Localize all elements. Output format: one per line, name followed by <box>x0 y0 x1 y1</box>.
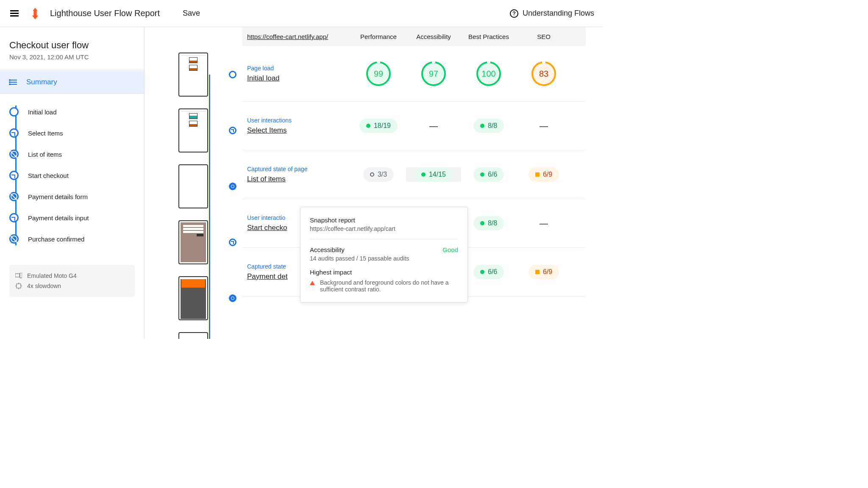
thumbnail[interactable] <box>178 108 208 152</box>
sidebar: Checkout user flow Nov 3, 2021, 12:00 AM… <box>0 27 145 339</box>
pill-best-practices[interactable]: 6/6 <box>473 265 504 279</box>
grid-header: https://coffee-cart.netlify.app/ Perform… <box>242 27 586 46</box>
tooltip-category: Accessibility <box>310 246 345 253</box>
header-url[interactable]: https://coffee-cart.netlify.app/ <box>247 33 351 40</box>
pill-performance[interactable]: 3/3 <box>363 167 394 182</box>
col-best-practices: Best Practices <box>461 33 516 40</box>
col-performance: Performance <box>351 33 406 40</box>
clock-marker-icon <box>9 128 19 138</box>
score-row: Page loadInitial load 99 97 100 83 <box>242 46 586 102</box>
snap-marker-icon <box>229 183 236 190</box>
help-link[interactable]: ? Understanding Flows <box>510 9 594 18</box>
help-label: Understanding Flows <box>523 9 594 18</box>
environment-box: Emulated Moto G4 4x slowdown <box>9 265 135 297</box>
thumbnail[interactable] <box>178 332 208 339</box>
clock-marker-icon <box>9 171 19 180</box>
pill-performance[interactable]: 18/19 <box>359 119 398 133</box>
app-title: Lighthouse User Flow Report <box>50 8 160 18</box>
lighthouse-icon <box>31 8 40 19</box>
clock-marker-icon <box>229 127 236 134</box>
nav-marker-icon <box>9 107 19 116</box>
step-purchase-confirmed[interactable]: Purchase confirmed <box>9 228 135 250</box>
gauge-best-practices[interactable]: 100 <box>476 61 501 86</box>
pill-seo[interactable]: 6/9 <box>529 265 559 279</box>
dash: — <box>406 121 461 131</box>
row-link[interactable]: Select Items <box>247 126 351 135</box>
snap-marker-icon <box>9 234 19 244</box>
pill-accessibility[interactable]: 14/15 <box>415 167 453 182</box>
step-initial-load[interactable]: Initial load <box>9 101 135 122</box>
top-bar: Lighthouse User Flow Report Save ? Under… <box>0 0 603 27</box>
env-throttle: 4x slowdown <box>27 283 61 289</box>
env-device: Emulated Moto G4 <box>27 272 77 279</box>
tooltip-rating: Good <box>442 246 458 253</box>
row-type: User interactions <box>247 117 351 124</box>
tooltip-card: Snapshot report https://coffee-cart.netl… <box>300 207 468 302</box>
pill-best-practices[interactable]: 6/6 <box>473 167 504 182</box>
row-type: Captured state of page <box>247 166 351 172</box>
step-payment-input[interactable]: Payment details input <box>9 207 135 228</box>
step-select-items[interactable]: Select Items <box>9 122 135 144</box>
svg-rect-0 <box>15 274 19 277</box>
gauge-accessibility[interactable]: 97 <box>421 61 446 86</box>
step-list: Initial load Select Items List of items … <box>0 94 144 257</box>
clock-marker-icon <box>9 213 19 222</box>
sidebar-summary[interactable]: Summary <box>0 71 144 94</box>
gauge-seo[interactable]: 83 <box>531 61 556 86</box>
tooltip-url: https://coffee-cart.netlify.app/cart <box>310 225 458 239</box>
device-icon <box>15 273 22 279</box>
tooltip-impact-item: Background and foreground colors do not … <box>320 279 458 293</box>
nav-marker-icon <box>229 71 236 78</box>
col-seo: SEO <box>516 33 571 40</box>
thumbnail-column <box>145 27 242 339</box>
svg-rect-1 <box>20 273 22 278</box>
dash: — <box>516 121 571 131</box>
score-row: User interactionsSelect Items 18/19 — 8/… <box>242 102 586 150</box>
flow-title: Checkout user flow <box>0 40 144 51</box>
thumbnail[interactable] <box>178 220 208 264</box>
clock-marker-icon <box>229 238 236 246</box>
step-list-of-items[interactable]: List of items <box>9 144 135 165</box>
triangle-icon <box>310 281 315 285</box>
svg-rect-2 <box>17 284 21 288</box>
snap-marker-icon <box>229 294 236 302</box>
tooltip-detail: 14 audits passed / 15 passable audits <box>310 255 458 262</box>
help-icon: ? <box>510 9 518 18</box>
thumbnail[interactable] <box>178 276 208 320</box>
row-link[interactable]: List of items <box>247 175 351 183</box>
menu-icon[interactable] <box>8 8 20 18</box>
pill-best-practices[interactable]: 8/8 <box>473 216 504 230</box>
thumbnail[interactable] <box>178 53 208 97</box>
snap-marker-icon <box>9 150 19 159</box>
pill-seo[interactable]: 6/9 <box>529 167 559 182</box>
tooltip-impact-label: Highest impact <box>310 269 458 276</box>
save-button[interactable]: Save <box>183 9 200 18</box>
summary-label: Summary <box>26 78 57 86</box>
cpu-icon <box>15 283 22 289</box>
step-payment-form[interactable]: Payment details form <box>9 186 135 207</box>
col-accessibility: Accessibility <box>406 33 461 40</box>
pill-best-practices[interactable]: 8/8 <box>473 119 504 133</box>
row-type: Page load <box>247 65 351 72</box>
list-icon <box>10 80 17 85</box>
thumbnail[interactable] <box>178 164 208 208</box>
dash: — <box>516 219 571 228</box>
score-row: Captured state of pageList of items 3/3 … <box>242 150 586 199</box>
tooltip-title: Snapshot report <box>310 216 458 224</box>
snap-marker-icon <box>9 192 19 201</box>
flow-date: Nov 3, 2021, 12:00 AM UTC <box>0 51 144 70</box>
gauge-performance[interactable]: 99 <box>366 61 391 86</box>
step-start-checkout[interactable]: Start checkout <box>9 165 135 186</box>
row-link[interactable]: Initial load <box>247 74 351 83</box>
